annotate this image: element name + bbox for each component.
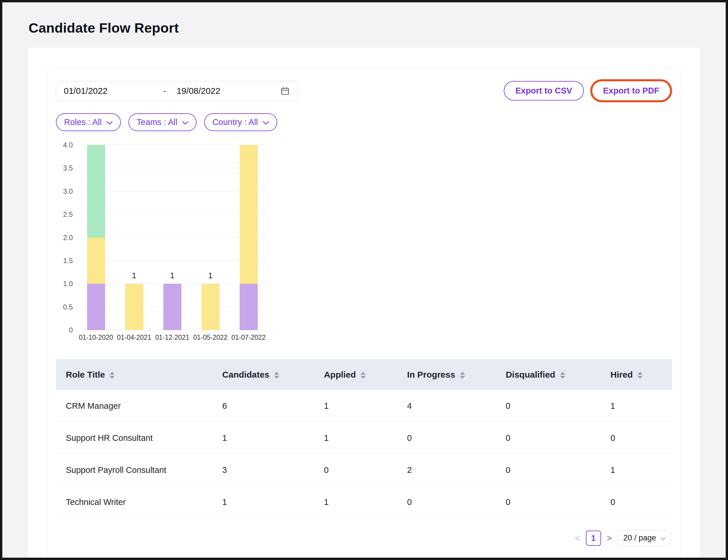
y-tick-label: 1.0 bbox=[63, 280, 73, 288]
bar-value-label: 1 bbox=[115, 271, 153, 280]
table-cell: 0 bbox=[610, 486, 672, 518]
column-header-in-progress[interactable]: In Progress bbox=[407, 359, 506, 390]
y-tick-label: 1.5 bbox=[63, 257, 73, 265]
export-pdf-button[interactable]: Export to PDF bbox=[593, 82, 670, 100]
chart-plot-area: 111 01-10-202001-04-202101-12-202101-05-… bbox=[77, 145, 268, 344]
date-separator: - bbox=[163, 86, 166, 96]
gridline bbox=[77, 260, 268, 261]
bar-value-label: 1 bbox=[153, 271, 191, 280]
chevron-down-icon bbox=[661, 533, 665, 543]
table-cell: Support Payroll Consultant bbox=[56, 454, 222, 486]
x-tick-label: 01-07-2022 bbox=[230, 334, 268, 341]
date-start-value[interactable]: 01/01/2022 bbox=[64, 86, 163, 96]
export-pdf-highlight-ring: Export to PDF bbox=[590, 79, 672, 102]
date-range-picker[interactable]: 01/01/2022 - 19/08/2022 bbox=[56, 81, 298, 101]
page-size-select[interactable]: 20 / page bbox=[618, 530, 671, 546]
table-row: Support HR Consultant11000 bbox=[56, 422, 672, 454]
table-cell: Support HR Consultant bbox=[56, 422, 222, 454]
chart-x-axis: 01-10-202001-04-202101-12-202101-05-2022… bbox=[77, 330, 268, 344]
bar-segment-purple bbox=[87, 284, 105, 330]
report-panel: 01/01/2022 - 19/08/2022 Export to CSV bbox=[47, 68, 681, 559]
table-body: CRM Manager61401Support HR Consultant110… bbox=[56, 390, 672, 518]
table-row: Support Payroll Consultant30201 bbox=[56, 454, 672, 486]
sort-icon[interactable] bbox=[361, 372, 366, 379]
table-cell: CRM Manager bbox=[56, 390, 222, 422]
filter-country[interactable]: Country : All bbox=[204, 113, 277, 131]
table-cell: 0 bbox=[407, 486, 506, 518]
column-header-label: Role Title bbox=[66, 370, 105, 379]
bar-segment-yellow bbox=[202, 284, 220, 330]
table-cell: 0 bbox=[324, 454, 407, 486]
x-tick-label: 01-05-2022 bbox=[191, 334, 230, 341]
bar-value-label: 1 bbox=[191, 271, 230, 280]
table-cell: 0 bbox=[407, 422, 506, 454]
y-tick-label: 0 bbox=[69, 326, 73, 334]
column-header-label: Applied bbox=[324, 370, 356, 379]
filters-row: Roles : All Teams : All Country : All bbox=[56, 113, 672, 131]
x-tick-label: 01-04-2021 bbox=[115, 334, 153, 341]
bar-segment-purple bbox=[240, 284, 258, 330]
chevron-down-icon bbox=[182, 117, 188, 127]
y-tick-label: 0.5 bbox=[63, 303, 73, 311]
column-header-label: Hired bbox=[610, 370, 633, 379]
bar-segment-purple bbox=[163, 284, 182, 330]
column-header-applied[interactable]: Applied bbox=[324, 359, 407, 390]
gridline bbox=[77, 145, 268, 145]
filter-teams[interactable]: Teams : All bbox=[128, 113, 197, 131]
table-cell: 1 bbox=[222, 422, 324, 454]
pagination-next-button[interactable]: > bbox=[607, 534, 612, 543]
table-cell: 4 bbox=[407, 390, 506, 422]
sort-icon[interactable] bbox=[110, 372, 115, 379]
export-csv-button[interactable]: Export to CSV bbox=[504, 81, 584, 101]
table-cell: 0 bbox=[506, 486, 611, 518]
bar-segment-yellow bbox=[240, 145, 258, 284]
filter-teams-label: Teams : All bbox=[137, 117, 177, 127]
table-cell: 1 bbox=[324, 422, 407, 454]
column-header-hired[interactable]: Hired bbox=[610, 359, 672, 390]
bar-segment-yellow bbox=[87, 238, 105, 284]
gridline bbox=[77, 237, 268, 238]
column-header-label: Disqualified bbox=[506, 370, 555, 379]
y-tick-label: 4.0 bbox=[63, 141, 73, 149]
table-cell: Technical Writer bbox=[56, 486, 222, 518]
pagination-page-button[interactable]: 1 bbox=[586, 531, 601, 546]
sort-icon[interactable] bbox=[637, 372, 643, 379]
filter-country-label: Country : All bbox=[212, 117, 258, 127]
filter-roles-label: Roles : All bbox=[64, 117, 102, 127]
candidate-flow-table: Role TitleCandidatesAppliedIn ProgressDi… bbox=[56, 359, 672, 518]
column-header-role-title[interactable]: Role Title bbox=[56, 359, 222, 390]
page-title: Candidate Flow Report bbox=[29, 20, 700, 36]
page: Candidate Flow Report 01/01/2022 - 19/08… bbox=[2, 2, 726, 560]
candidate-flow-chart: 00.51.01.52.02.53.03.54.0 111 01-10-2020… bbox=[56, 145, 672, 344]
filter-roles[interactable]: Roles : All bbox=[56, 113, 121, 131]
table-row: CRM Manager61401 bbox=[56, 390, 672, 422]
pagination-prev-button[interactable]: < bbox=[575, 534, 580, 543]
column-header-candidates[interactable]: Candidates bbox=[222, 359, 324, 390]
sort-icon[interactable] bbox=[274, 372, 279, 379]
chart-y-axis: 00.51.01.52.02.53.03.54.0 bbox=[56, 145, 77, 330]
x-tick-label: 01-10-2020 bbox=[77, 334, 115, 341]
table-cell: 2 bbox=[407, 454, 506, 486]
export-buttons-group: Export to CSV Export to PDF bbox=[504, 79, 672, 102]
pagination: < 1 > 20 / page bbox=[56, 530, 672, 546]
table-cell: 0 bbox=[506, 422, 611, 454]
report-card: 01/01/2022 - 19/08/2022 Export to CSV bbox=[28, 47, 700, 560]
column-header-disqualified[interactable]: Disqualified bbox=[506, 359, 611, 390]
sort-icon[interactable] bbox=[460, 372, 465, 379]
table-cell: 0 bbox=[610, 422, 672, 454]
gridline bbox=[77, 191, 268, 191]
table-cell: 1 bbox=[610, 454, 672, 486]
table-cell: 0 bbox=[506, 454, 611, 486]
column-header-label: Candidates bbox=[222, 370, 269, 379]
x-tick-label: 01-12-2021 bbox=[153, 334, 191, 341]
bar-segment-yellow bbox=[125, 284, 143, 330]
calendar-icon[interactable] bbox=[281, 86, 290, 96]
date-end-value[interactable]: 19/08/2022 bbox=[177, 86, 220, 96]
table-row: Technical Writer11000 bbox=[56, 486, 672, 518]
table-cell: 1 bbox=[222, 486, 324, 518]
bar-segment-green bbox=[87, 145, 105, 238]
y-tick-label: 3.5 bbox=[63, 164, 73, 172]
sort-icon[interactable] bbox=[560, 372, 565, 379]
chevron-down-icon bbox=[106, 117, 113, 127]
column-header-label: In Progress bbox=[407, 370, 455, 379]
